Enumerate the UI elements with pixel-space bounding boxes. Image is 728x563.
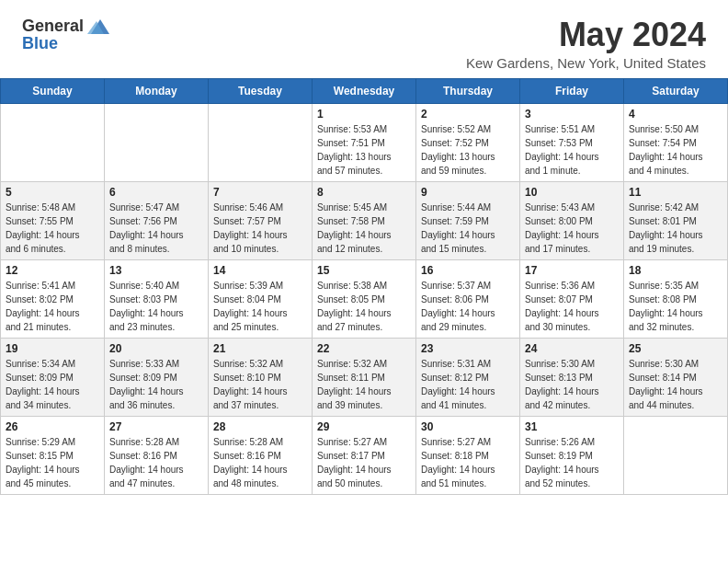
calendar-week-3: 12Sunrise: 5:41 AMSunset: 8:02 PMDayligh…: [1, 259, 728, 338]
day-number: 17: [525, 264, 619, 277]
day-number: 9: [421, 186, 515, 199]
day-info: Sunrise: 5:46 AMSunset: 7:57 PMDaylight:…: [213, 201, 307, 256]
day-info: Sunrise: 5:38 AMSunset: 8:05 PMDaylight:…: [317, 279, 411, 334]
day-number: 19: [6, 342, 99, 355]
day-info: Sunrise: 5:41 AMSunset: 8:02 PMDaylight:…: [6, 279, 99, 334]
day-number: 28: [213, 420, 307, 433]
day-info: Sunrise: 5:45 AMSunset: 7:58 PMDaylight:…: [317, 201, 411, 256]
day-info: Sunrise: 5:27 AMSunset: 8:17 PMDaylight:…: [317, 435, 411, 490]
day-number: 23: [421, 342, 515, 355]
logo-general-text: General: [22, 17, 84, 36]
calendar-cell: 15Sunrise: 5:38 AMSunset: 8:05 PMDayligh…: [313, 259, 416, 338]
calendar-cell: 20Sunrise: 5:33 AMSunset: 8:09 PMDayligh…: [105, 338, 209, 416]
calendar-cell: 30Sunrise: 5:27 AMSunset: 8:18 PMDayligh…: [416, 416, 520, 494]
day-number: 24: [525, 342, 619, 355]
calendar-table: SundayMondayTuesdayWednesdayThursdayFrid…: [0, 78, 728, 495]
day-number: 22: [317, 342, 411, 355]
calendar-cell: [624, 416, 728, 494]
calendar-cell: 14Sunrise: 5:39 AMSunset: 8:04 PMDayligh…: [209, 259, 313, 338]
calendar-cell: 9Sunrise: 5:44 AMSunset: 7:59 PMDaylight…: [416, 181, 520, 259]
day-number: 2: [421, 108, 515, 121]
day-number: 16: [421, 264, 515, 277]
day-info: Sunrise: 5:40 AMSunset: 8:03 PMDaylight:…: [109, 279, 203, 334]
day-info: Sunrise: 5:34 AMSunset: 8:09 PMDaylight:…: [6, 357, 99, 412]
day-number: 27: [109, 420, 203, 433]
day-header-monday: Monday: [105, 78, 209, 103]
calendar-cell: 28Sunrise: 5:28 AMSunset: 8:16 PMDayligh…: [209, 416, 313, 494]
day-info: Sunrise: 5:44 AMSunset: 7:59 PMDaylight:…: [421, 201, 515, 256]
day-info: Sunrise: 5:27 AMSunset: 8:18 PMDaylight:…: [421, 435, 515, 490]
calendar-cell: [1, 103, 105, 181]
calendar-cell: 29Sunrise: 5:27 AMSunset: 8:17 PMDayligh…: [313, 416, 416, 494]
day-number: 26: [6, 420, 99, 433]
calendar-week-5: 26Sunrise: 5:29 AMSunset: 8:15 PMDayligh…: [1, 416, 728, 494]
day-number: 11: [629, 186, 722, 199]
calendar-cell: 11Sunrise: 5:42 AMSunset: 8:01 PMDayligh…: [624, 181, 728, 259]
day-info: Sunrise: 5:30 AMSunset: 8:14 PMDaylight:…: [629, 357, 722, 412]
day-info: Sunrise: 5:52 AMSunset: 7:52 PMDaylight:…: [421, 122, 515, 178]
day-number: 8: [317, 186, 411, 199]
day-info: Sunrise: 5:53 AMSunset: 7:51 PMDaylight:…: [317, 122, 411, 178]
calendar-cell: 26Sunrise: 5:29 AMSunset: 8:15 PMDayligh…: [1, 416, 105, 494]
day-info: Sunrise: 5:28 AMSunset: 8:16 PMDaylight:…: [213, 435, 307, 490]
day-number: 20: [109, 342, 203, 355]
day-number: 18: [629, 264, 722, 277]
day-number: 13: [109, 264, 203, 277]
day-number: 6: [109, 186, 203, 199]
day-number: 29: [317, 420, 411, 433]
days-header-row: SundayMondayTuesdayWednesdayThursdayFrid…: [1, 78, 728, 103]
calendar-cell: 10Sunrise: 5:43 AMSunset: 8:00 PMDayligh…: [520, 181, 624, 259]
logo: General Blue: [22, 17, 109, 53]
calendar-cell: 24Sunrise: 5:30 AMSunset: 8:13 PMDayligh…: [520, 338, 624, 416]
calendar-cell: 4Sunrise: 5:50 AMSunset: 7:54 PMDaylight…: [624, 103, 728, 181]
calendar-cell: 13Sunrise: 5:40 AMSunset: 8:03 PMDayligh…: [105, 259, 209, 338]
logo-blue-text: Blue: [22, 34, 58, 53]
day-number: 15: [317, 264, 411, 277]
day-info: Sunrise: 5:37 AMSunset: 8:06 PMDaylight:…: [421, 279, 515, 334]
calendar-cell: 17Sunrise: 5:36 AMSunset: 8:07 PMDayligh…: [520, 259, 624, 338]
logo-icon: [87, 17, 109, 36]
day-info: Sunrise: 5:28 AMSunset: 8:16 PMDaylight:…: [109, 435, 203, 490]
calendar-cell: 21Sunrise: 5:32 AMSunset: 8:10 PMDayligh…: [209, 338, 313, 416]
day-info: Sunrise: 5:29 AMSunset: 8:15 PMDaylight:…: [6, 435, 99, 490]
page-header: General Blue May 2024 Kew Gardens, New Y…: [0, 0, 728, 78]
day-info: Sunrise: 5:31 AMSunset: 8:12 PMDaylight:…: [421, 357, 515, 412]
calendar-week-2: 5Sunrise: 5:48 AMSunset: 7:55 PMDaylight…: [1, 181, 728, 259]
calendar-cell: 7Sunrise: 5:46 AMSunset: 7:57 PMDaylight…: [209, 181, 313, 259]
title-block: May 2024 Kew Gardens, New York, United S…: [466, 17, 706, 71]
calendar-cell: 23Sunrise: 5:31 AMSunset: 8:12 PMDayligh…: [416, 338, 520, 416]
calendar-cell: 1Sunrise: 5:53 AMSunset: 7:51 PMDaylight…: [313, 103, 416, 181]
calendar-cell: 22Sunrise: 5:32 AMSunset: 8:11 PMDayligh…: [313, 338, 416, 416]
day-info: Sunrise: 5:32 AMSunset: 8:10 PMDaylight:…: [213, 357, 307, 412]
calendar-cell: 3Sunrise: 5:51 AMSunset: 7:53 PMDaylight…: [520, 103, 624, 181]
day-info: Sunrise: 5:33 AMSunset: 8:09 PMDaylight:…: [109, 357, 203, 412]
day-info: Sunrise: 5:42 AMSunset: 8:01 PMDaylight:…: [629, 201, 722, 256]
day-info: Sunrise: 5:39 AMSunset: 8:04 PMDaylight:…: [213, 279, 307, 334]
day-number: 21: [213, 342, 307, 355]
calendar-location: Kew Gardens, New York, United States: [466, 55, 706, 71]
day-header-tuesday: Tuesday: [209, 78, 313, 103]
day-number: 4: [629, 108, 722, 121]
day-number: 3: [525, 108, 619, 121]
day-header-thursday: Thursday: [416, 78, 520, 103]
calendar-week-4: 19Sunrise: 5:34 AMSunset: 8:09 PMDayligh…: [1, 338, 728, 416]
day-number: 7: [213, 186, 307, 199]
calendar-cell: [105, 103, 209, 181]
day-number: 30: [421, 420, 515, 433]
day-info: Sunrise: 5:50 AMSunset: 7:54 PMDaylight:…: [629, 122, 722, 178]
calendar-cell: 8Sunrise: 5:45 AMSunset: 7:58 PMDaylight…: [313, 181, 416, 259]
calendar-cell: 31Sunrise: 5:26 AMSunset: 8:19 PMDayligh…: [520, 416, 624, 494]
day-info: Sunrise: 5:43 AMSunset: 8:00 PMDaylight:…: [525, 201, 619, 256]
calendar-cell: 19Sunrise: 5:34 AMSunset: 8:09 PMDayligh…: [1, 338, 105, 416]
day-header-wednesday: Wednesday: [313, 78, 416, 103]
calendar-cell: [209, 103, 313, 181]
day-info: Sunrise: 5:35 AMSunset: 8:08 PMDaylight:…: [629, 279, 722, 334]
day-number: 14: [213, 264, 307, 277]
day-info: Sunrise: 5:51 AMSunset: 7:53 PMDaylight:…: [525, 122, 619, 178]
calendar-week-1: 1Sunrise: 5:53 AMSunset: 7:51 PMDaylight…: [1, 103, 728, 181]
day-info: Sunrise: 5:48 AMSunset: 7:55 PMDaylight:…: [6, 201, 99, 256]
calendar-cell: 16Sunrise: 5:37 AMSunset: 8:06 PMDayligh…: [416, 259, 520, 338]
day-number: 31: [525, 420, 619, 433]
calendar-cell: 25Sunrise: 5:30 AMSunset: 8:14 PMDayligh…: [624, 338, 728, 416]
day-info: Sunrise: 5:36 AMSunset: 8:07 PMDaylight:…: [525, 279, 619, 334]
